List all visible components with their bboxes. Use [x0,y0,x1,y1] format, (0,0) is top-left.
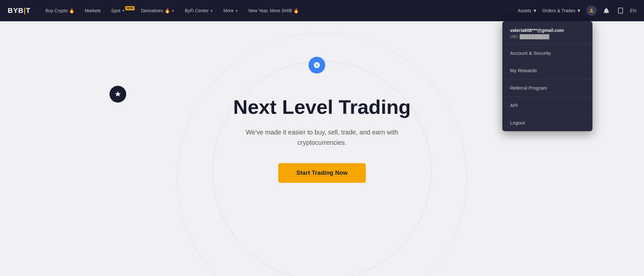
chevron-icon-derivatives: ▼ [171,9,175,13]
dropdown-item-logout[interactable]: Logout [502,114,592,131]
nav-label-orders-trades: Orders & Trades [542,8,575,13]
dropdown-label-my-rewards: My Rewards [510,68,537,73]
nav-item-buy-crypto[interactable]: Buy Crypto 🔥 [41,5,79,16]
fire-icon-shib: 🔥 [293,8,299,13]
dropdown-item-my-rewards[interactable]: My Rewards [502,62,592,79]
nav-label-markets: Markets [85,8,101,13]
dropdown-email: valeria808***@gmail.com [510,28,585,33]
chevron-icon-more: ▼ [235,9,238,13]
dropdown-uid: UID: ██████████ [510,34,585,39]
fire-icon-derivatives: 🔥 [165,8,170,13]
language-label: EN [630,8,636,13]
nav-label-more: More [223,8,234,13]
logo-accent: | [24,6,26,15]
nav-label-spot: Spot [111,8,120,13]
hero-subtitle: We've made it easier to buy, sell, trade… [222,127,422,148]
uid-value: ██████████ [520,34,549,39]
dropdown-label-api: API [510,103,518,108]
user-dropdown-menu: valeria808***@gmail.com UID: ██████████ … [502,21,592,131]
dropdown-item-api[interactable]: API [502,97,592,114]
start-trading-button[interactable]: Start Trading Now [278,163,365,183]
nav-label-derivatives: Derivatives [141,8,163,13]
chevron-icon-assets: ▼ [533,8,537,13]
hero-title: Next Level Trading [222,95,422,119]
floating-icon-right[interactable] [308,57,325,74]
svg-rect-1 [618,8,622,14]
uid-label: UID: [510,34,518,39]
hero-content: Next Level Trading We've made it easier … [222,95,422,182]
nav-item-more[interactable]: More ▼ [219,5,243,16]
nav-links: Buy Crypto 🔥 Markets Spot ▼ NEW Derivati… [41,5,518,16]
chevron-icon-spot: ▼ [122,9,125,13]
new-badge-spot: NEW [125,6,135,10]
nav-item-orders-trades[interactable]: Orders & Trades ▼ [542,8,581,13]
dropdown-item-referral-program[interactable]: Referral Program [502,79,592,97]
nav-item-byfi[interactable]: ByFi Center ▼ [180,5,218,16]
dropdown-label-referral-program: Referral Program [510,85,547,91]
nav-item-spot[interactable]: Spot ▼ NEW [107,5,135,16]
dropdown-item-account-security[interactable]: Account & Security [502,44,592,62]
navbar: BYB|T Buy Crypto 🔥 Markets Spot ▼ NEW De… [0,0,644,21]
nav-label-new-year: New Year, More SHIB [249,8,292,13]
chevron-icon-byfi: ▼ [210,9,213,13]
nav-label-buy-crypto: Buy Crypto [45,8,68,13]
nav-item-assets[interactable]: Assets ▼ [518,8,537,13]
nav-label-byfi: ByFi Center [185,8,209,13]
language-selector[interactable]: EN [630,8,636,13]
notifications-button[interactable] [602,6,611,15]
nav-label-assets: Assets [518,8,531,13]
nav-right: Assets ▼ Orders & Trades ▼ EN [518,5,636,16]
nav-item-markets[interactable]: Markets [80,5,105,16]
dropdown-label-account-security: Account & Security [510,50,551,56]
user-avatar-button[interactable] [586,5,597,16]
dropdown-label-logout: Logout [510,120,525,125]
logo[interactable]: BYB|T [8,6,31,15]
nav-item-derivatives[interactable]: Derivatives 🔥 ▼ [137,5,179,16]
svg-point-0 [591,9,592,11]
svg-point-2 [620,12,621,13]
tablet-icon[interactable] [616,6,625,15]
nav-item-new-year[interactable]: New Year, More SHIB 🔥 [244,5,303,16]
fire-icon-buy-crypto: 🔥 [69,8,74,13]
chevron-icon-orders: ▼ [577,8,581,13]
floating-icon-left[interactable] [109,86,126,103]
dropdown-header: valeria808***@gmail.com UID: ██████████ [502,21,592,44]
